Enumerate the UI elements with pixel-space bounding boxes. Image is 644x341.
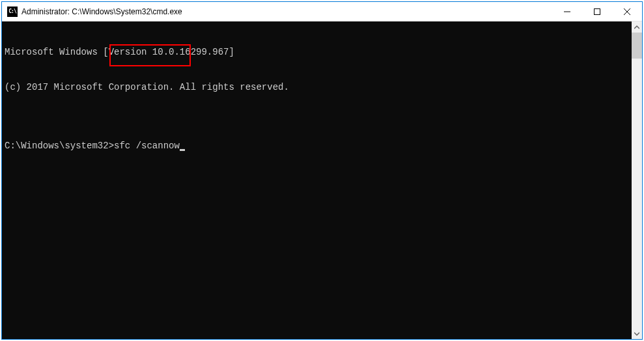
vertical-scrollbar[interactable] <box>632 21 642 339</box>
close-icon <box>624 8 630 15</box>
cmd-icon: C:\ <box>7 7 18 17</box>
window-controls <box>552 2 642 21</box>
chevron-up-icon <box>634 25 639 30</box>
prompt-line: C:\Windows\system32>sfc /scannow <box>5 140 629 152</box>
maximize-icon <box>594 8 600 15</box>
cmd-window: C:\ Administrator: C:\Windows\System32\c… <box>1 1 643 340</box>
cursor <box>180 149 185 151</box>
scroll-thumb[interactable] <box>632 33 642 59</box>
svg-rect-1 <box>595 8 600 14</box>
minimize-button[interactable] <box>552 2 582 21</box>
titlebar[interactable]: C:\ Administrator: C:\Windows\System32\c… <box>2 2 642 21</box>
scroll-track[interactable] <box>632 33 642 328</box>
maximize-button[interactable] <box>582 2 612 21</box>
scroll-up-button[interactable] <box>632 21 642 33</box>
chevron-down-icon <box>634 331 639 336</box>
scroll-down-button[interactable] <box>632 328 642 339</box>
minimize-icon <box>564 8 570 15</box>
copyright-line: (c) 2017 Microsoft Corporation. All righ… <box>5 81 629 93</box>
close-button[interactable] <box>612 2 642 21</box>
window-title: Administrator: C:\Windows\System32\cmd.e… <box>21 7 552 16</box>
terminal-output[interactable]: Microsoft Windows [Version 10.0.16299.96… <box>2 21 632 339</box>
version-line: Microsoft Windows [Version 10.0.16299.96… <box>5 46 629 58</box>
prompt-text: C:\Windows\system32> <box>5 141 114 151</box>
command-text: sfc /scannow <box>114 141 180 151</box>
terminal-container: Microsoft Windows [Version 10.0.16299.96… <box>2 21 642 339</box>
